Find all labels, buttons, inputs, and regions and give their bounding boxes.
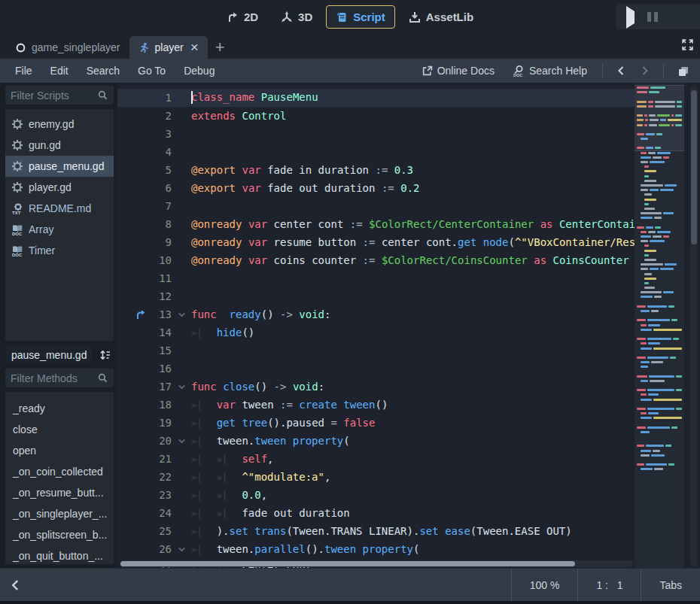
minimap-row	[637, 459, 682, 461]
code-line-1[interactable]: 1class_name PauseMenu	[117, 89, 635, 107]
code-line-22[interactable]: 22»|»|^"modulate:a",	[117, 468, 635, 486]
code-line-6[interactable]: 6@export var fade_out_duration := 0.2	[117, 179, 635, 197]
method-item[interactable]: open	[5, 440, 114, 461]
script-sidebar: Filter Scripts enemy.gdgun.gdpause_menu.…	[0, 83, 117, 568]
code-line-9[interactable]: 9@onready var resume_button := center_co…	[117, 233, 635, 251]
scene-tab-player[interactable]: player×	[129, 36, 208, 59]
code-line-18[interactable]: 18»|var tween := create_tween()	[117, 396, 635, 414]
main-screen-tab-2d[interactable]: 2D	[218, 6, 267, 28]
svg-text:DOC: DOC	[12, 232, 23, 236]
code-line-12[interactable]: 12	[117, 287, 635, 305]
main-screen-tab-script[interactable]: Script	[326, 5, 395, 29]
code-line-11[interactable]: 11	[117, 269, 635, 287]
code-line-8[interactable]: 8@onready var center_cont := $ColorRect/…	[117, 215, 635, 233]
minimap-row	[641, 380, 682, 382]
code-line-13[interactable]: 13func _ready() -> void:	[117, 305, 635, 323]
signal-connection-icon[interactable]	[135, 309, 146, 320]
method-item[interactable]: close	[5, 419, 114, 440]
minimap-row	[641, 361, 682, 363]
fold-toggle[interactable]	[172, 437, 191, 445]
method-item[interactable]: _on_quit_button_...	[5, 545, 114, 565]
vertical-scrollbar-thumb[interactable]	[691, 90, 697, 244]
main-screen-tab-3d[interactable]: 3D	[272, 6, 321, 28]
make-floating-button[interactable]	[671, 65, 695, 77]
scene-tab-game_singleplayer[interactable]: game_singleplayer	[6, 36, 129, 59]
code-line-23[interactable]: 23»|»|0.0,	[117, 486, 635, 504]
current-script-field[interactable]: pause_menu.gd	[5, 344, 93, 365]
minimap-row	[637, 487, 682, 489]
menu-file[interactable]: File	[6, 65, 41, 77]
tab-indent-marker: »|	[217, 490, 242, 501]
history-forward-button[interactable]	[635, 65, 656, 76]
code-line-20[interactable]: 20»|tween.tween_property(	[117, 432, 635, 450]
minimap-viewport[interactable]	[635, 85, 684, 151]
stop-button[interactable]	[667, 8, 681, 26]
history-back-button[interactable]	[610, 65, 632, 76]
add-scene-tab-button[interactable]: +	[208, 36, 233, 59]
filter-methods-input[interactable]: Filter Methods	[5, 368, 114, 388]
script-item-Array[interactable]: DOCArray	[5, 219, 114, 240]
script-item-gun.gd[interactable]: gun.gd	[5, 135, 114, 156]
zoom-level[interactable]: 100 %	[511, 569, 578, 601]
code-line-10[interactable]: 10@onready var coins_counter := $ColorRe…	[117, 251, 635, 269]
menu-go-to[interactable]: Go To	[129, 65, 175, 77]
minimap-row	[641, 161, 682, 163]
script-item-player.gd[interactable]: player.gd	[5, 177, 114, 198]
code-line-17[interactable]: 17func close() -> void:	[117, 378, 635, 396]
indent-type[interactable]: Tabs	[641, 569, 700, 601]
method-item[interactable]: _ready	[5, 398, 114, 419]
method-item[interactable]: _on_singleplayer_...	[5, 503, 114, 524]
online-docs-button[interactable]: Online Docs	[414, 65, 502, 77]
extra-button[interactable]	[689, 8, 700, 26]
code-editor[interactable]: 1class_name PauseMenu2extends Control345…	[117, 83, 700, 568]
script-item-enemy.gd[interactable]: enemy.gd	[5, 114, 114, 135]
method-item[interactable]: _on_coin_collected	[5, 461, 114, 482]
code-text: @export var fade_in_duration := 0.3	[191, 164, 635, 176]
vertical-scrollbar[interactable]	[690, 86, 698, 566]
collapse-sidebar-button[interactable]	[0, 579, 31, 591]
code-text: »|).set_trans(Tween.TRANS_LINEAR).set_ea…	[191, 525, 635, 537]
code-line-14[interactable]: 14»|hide()	[117, 323, 635, 341]
script-item-pause_menu.gd[interactable]: pause_menu.gd	[5, 156, 114, 177]
menu-search[interactable]: Search	[78, 65, 129, 77]
play-button[interactable]	[623, 8, 638, 26]
code-line-21[interactable]: 21»|»|self,	[117, 450, 635, 468]
menu-debug[interactable]: Debug	[175, 65, 224, 77]
code-line-24[interactable]: 24»|»|fade_out_duration	[117, 504, 635, 522]
filter-scripts-input[interactable]: Filter Scripts	[5, 85, 114, 105]
horizontal-scrollbar[interactable]	[120, 560, 633, 567]
code-text: @export var fade_out_duration := 0.2	[191, 182, 635, 194]
icon-3d	[281, 11, 293, 23]
close-tab-icon[interactable]: ×	[190, 42, 199, 53]
code-token-txt: (	[343, 435, 349, 447]
fold-toggle[interactable]	[172, 311, 191, 319]
horizontal-scrollbar-thumb[interactable]	[120, 561, 575, 566]
code-minimap[interactable]	[635, 83, 684, 568]
code-line-7[interactable]: 7	[117, 197, 635, 215]
script-item-README.md[interactable]: TXTREADME.md	[5, 198, 114, 219]
code-line-15[interactable]: 15	[117, 341, 635, 360]
code-line-4[interactable]: 4	[117, 143, 635, 161]
code-line-2[interactable]: 2extends Control	[117, 107, 635, 125]
code-token-str: ^"modulate:a"	[242, 471, 324, 483]
sort-methods-button[interactable]	[96, 344, 114, 365]
main-screen-tab-assetlib[interactable]: AssetLib	[400, 6, 482, 28]
code-line-3[interactable]: 3	[117, 125, 635, 143]
code-line-25[interactable]: 25»|).set_trans(Tween.TRANS_LINEAR).set_…	[117, 522, 635, 540]
method-item[interactable]: _on_splitscreen_b...	[5, 524, 114, 545]
script-item-Timer[interactable]: DOCTimer	[5, 240, 114, 261]
fold-toggle[interactable]	[172, 545, 191, 554]
search-help-button[interactable]: DOCSearch Help	[505, 65, 595, 77]
method-item[interactable]: _on_resume_butt...	[5, 482, 114, 503]
minimap-row	[641, 324, 682, 326]
line-number: 16	[148, 363, 172, 375]
line-number: 4	[148, 146, 172, 158]
expand-editor-button[interactable]	[681, 38, 694, 51]
pause-button[interactable]	[645, 8, 659, 26]
code-line-16[interactable]: 16	[117, 360, 635, 378]
code-line-19[interactable]: 19»|get_tree().paused = false	[117, 414, 635, 432]
code-line-26[interactable]: 26»|tween.parallel().tween_property(	[117, 540, 635, 558]
code-line-5[interactable]: 5@export var fade_in_duration := 0.3	[117, 161, 635, 179]
fold-toggle[interactable]	[172, 383, 191, 391]
menu-edit[interactable]: Edit	[41, 65, 78, 77]
